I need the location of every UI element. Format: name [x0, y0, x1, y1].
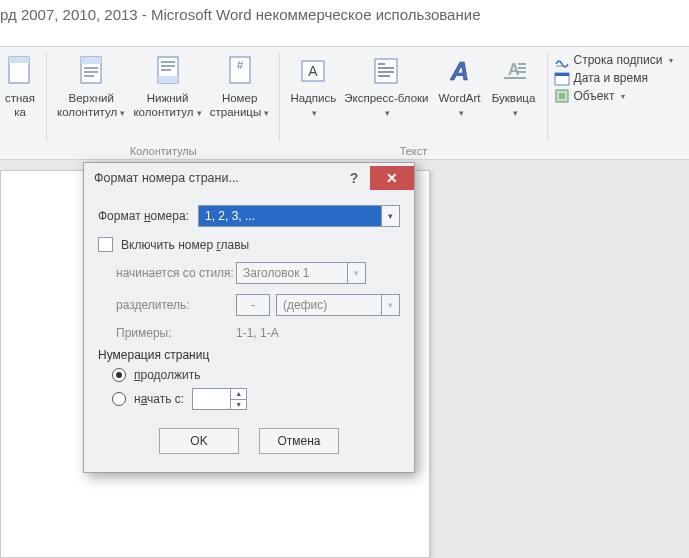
chevron-down-icon: ▾	[381, 295, 399, 315]
wordart-icon: A	[444, 53, 476, 89]
separator-label: разделитель:	[116, 298, 236, 312]
style-value: Заголовок 1	[237, 263, 347, 283]
svg-rect-3	[81, 57, 101, 64]
page-number-format-dialog: Формат номера страни... ? ✕ Формат номер…	[83, 162, 415, 473]
svg-rect-1	[9, 57, 29, 63]
quick-parts-button[interactable]: Экспресс-блоки ▾	[340, 51, 432, 122]
help-button[interactable]: ?	[338, 166, 370, 190]
object-button[interactable]: Объект▾	[554, 87, 674, 105]
continue-radio[interactable]	[112, 368, 126, 382]
separator-text: (дефис)	[277, 295, 381, 315]
svg-rect-29	[555, 73, 569, 76]
header-icon	[75, 53, 107, 89]
include-chapter-label: Включить номер главы	[121, 238, 249, 252]
start-at-radio[interactable]	[112, 392, 126, 406]
partial-button[interactable]: стнаяка	[0, 51, 40, 121]
svg-rect-11	[161, 69, 171, 71]
cancel-button[interactable]: Отмена	[259, 428, 339, 454]
svg-rect-23	[518, 63, 526, 65]
starts-style-label: начинается со стиля:	[116, 266, 236, 280]
svg-rect-31	[559, 93, 565, 99]
spinner-up[interactable]: ▲	[231, 389, 246, 400]
group-label-hf: Колонтитулы	[53, 143, 273, 159]
start-at-label: начать с:	[134, 392, 184, 406]
separator-text-combo: (дефис) ▾	[276, 294, 400, 316]
svg-text:A: A	[449, 56, 469, 86]
format-label: Формат номера:	[98, 209, 198, 223]
signature-line-button[interactable]: Строка подписи▾	[554, 51, 674, 69]
separator-sym-combo: -	[236, 294, 270, 316]
chevron-down-icon: ▾	[347, 263, 365, 283]
page-icon	[4, 53, 36, 89]
svg-rect-18	[378, 67, 394, 69]
examples-label: Примеры:	[116, 326, 236, 340]
window-title: рд 2007, 2010, 2013 - Microsoft Word нек…	[0, 0, 689, 34]
svg-rect-19	[378, 71, 394, 73]
svg-text:A: A	[309, 63, 319, 79]
page-number-button[interactable]: # Номерстраницы ▾	[206, 51, 274, 122]
chevron-down-icon: ▾	[264, 108, 269, 118]
svg-rect-24	[518, 67, 526, 69]
chevron-down-icon: ▾	[513, 108, 518, 118]
close-icon: ✕	[386, 170, 398, 186]
svg-rect-20	[378, 75, 390, 77]
chevron-down-icon: ▾	[621, 92, 625, 101]
chevron-down-icon: ▾	[385, 108, 390, 118]
numbering-group-title: Нумерация страниц	[98, 348, 400, 362]
start-at-input[interactable]	[193, 389, 230, 409]
include-chapter-checkbox[interactable]	[98, 237, 113, 252]
group-label-text: Текст	[286, 143, 540, 159]
separator-sym: -	[237, 295, 269, 315]
dropcap-button[interactable]: A Буквица ▾	[487, 51, 541, 122]
svg-rect-4	[84, 67, 98, 69]
number-format-value: 1, 2, 3, ...	[199, 206, 381, 226]
spinner-down[interactable]: ▼	[231, 400, 246, 410]
signature-icon	[554, 52, 570, 68]
style-combo: Заголовок 1 ▾	[236, 262, 366, 284]
ok-button[interactable]: OK	[159, 428, 239, 454]
ribbon: стнаяка Верхнийколонтитул ▾ Нижнийколонт…	[0, 46, 689, 160]
textbox-button[interactable]: A Надпись ▾	[286, 51, 340, 122]
object-icon	[554, 88, 570, 104]
svg-rect-26	[504, 77, 526, 79]
start-at-spinner[interactable]: ▲ ▼	[192, 388, 247, 410]
svg-rect-8	[158, 76, 178, 83]
wordart-button[interactable]: A WordArt ▾	[433, 51, 487, 122]
dialog-title-text: Формат номера страни...	[94, 171, 338, 185]
datetime-button[interactable]: Дата и время	[554, 69, 674, 87]
number-format-combo[interactable]: 1, 2, 3, ... ▾	[198, 205, 400, 227]
chevron-down-icon: ▾	[120, 108, 125, 118]
chevron-down-icon: ▾	[459, 108, 464, 118]
quick-parts-icon	[370, 53, 402, 89]
textbox-icon: A	[297, 53, 329, 89]
chevron-down-icon: ▾	[669, 56, 673, 65]
continue-label: продолжить	[134, 368, 200, 382]
calendar-icon	[554, 70, 570, 86]
chevron-down-icon: ▾	[197, 108, 202, 118]
page-number-icon: #	[224, 53, 256, 89]
footer-icon	[152, 53, 184, 89]
svg-rect-9	[161, 61, 175, 63]
chevron-down-icon[interactable]: ▾	[381, 206, 399, 226]
svg-rect-10	[161, 65, 175, 67]
close-button[interactable]: ✕	[370, 166, 414, 190]
svg-rect-6	[84, 75, 94, 77]
dropcap-icon: A	[498, 53, 530, 89]
svg-rect-25	[518, 71, 526, 73]
dialog-titlebar[interactable]: Формат номера страни... ? ✕	[84, 163, 414, 193]
examples-value: 1-1, 1-A	[236, 326, 279, 340]
svg-rect-17	[378, 63, 385, 65]
chevron-down-icon: ▾	[312, 108, 317, 118]
svg-text:#: #	[237, 59, 244, 71]
svg-rect-5	[84, 71, 98, 73]
header-button[interactable]: Верхнийколонтитул ▾	[53, 51, 129, 122]
footer-button[interactable]: Нижнийколонтитул ▾	[129, 51, 205, 122]
